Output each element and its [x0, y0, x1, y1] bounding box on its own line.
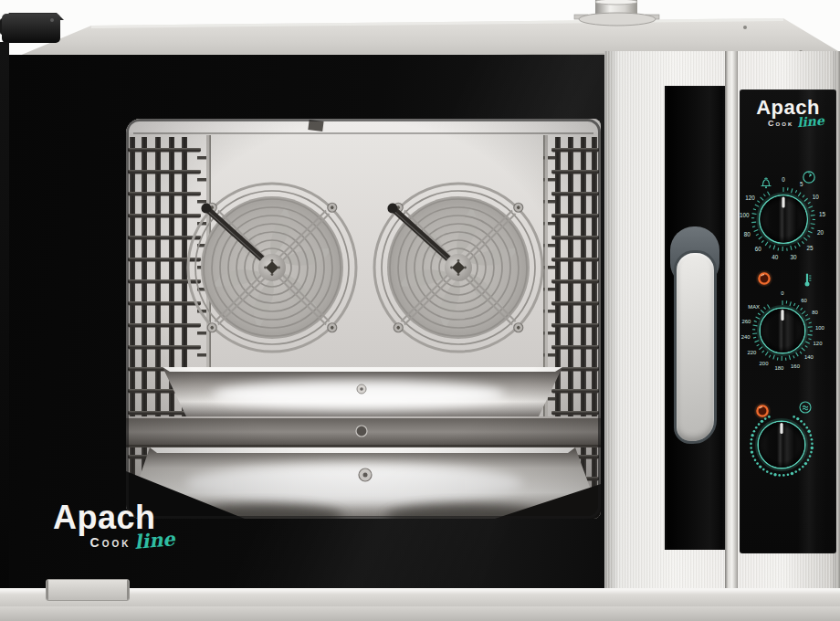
door-handle[interactable]: [674, 250, 717, 444]
svg-text:100: 100: [740, 212, 750, 218]
svg-text:5: 5: [800, 181, 803, 187]
svg-text:120: 120: [745, 195, 755, 201]
oven-photo: Apach Cook line Apach Cook line: [0, 0, 840, 621]
heat-indicator-led: [756, 270, 773, 288]
svg-text:25: 25: [807, 245, 814, 251]
timer-knob-pointer: [782, 197, 784, 208]
steam-knob-pointer: [780, 423, 782, 434]
svg-text:40: 40: [772, 254, 779, 260]
svg-text:120: 120: [814, 341, 824, 346]
door-hinge-bottom: [46, 579, 130, 601]
steam-indicator-led: [754, 403, 772, 420]
svg-text:80: 80: [812, 310, 818, 315]
door-side-edge: [0, 42, 9, 590]
svg-text:160: 160: [791, 363, 801, 369]
body-right-edge: [836, 51, 840, 590]
svg-text:200: 200: [760, 361, 770, 366]
alarm-bell-icon: [761, 178, 771, 188]
svg-text:260: 260: [741, 319, 751, 324]
svg-text:0: 0: [782, 176, 785, 183]
oven-interior: [126, 119, 601, 519]
svg-text:180: 180: [775, 365, 785, 371]
steam-icon: [800, 402, 811, 413]
temperature-knob-pointer: [781, 310, 783, 321]
right-body-panel: Apach Cook line: [604, 51, 840, 590]
thermometer-icon: [805, 275, 812, 287]
svg-text:20: 20: [817, 229, 824, 236]
clock-icon: [803, 172, 814, 183]
svg-text:60: 60: [755, 246, 762, 252]
svg-text:10: 10: [813, 194, 820, 200]
svg-text:80: 80: [744, 231, 751, 237]
svg-text:30: 30: [791, 254, 798, 260]
base-plinth: [0, 606, 840, 621]
steam-vent: [574, 0, 659, 26]
svg-text:140: 140: [804, 354, 814, 360]
svg-text:MAX: MAX: [748, 304, 760, 310]
control-panel: Apach Cook line: [740, 89, 836, 553]
temperature-dial[interactable]: 06080100120140160180200220240260MAX: [741, 290, 825, 371]
svg-text:15: 15: [819, 211, 826, 217]
svg-text:240: 240: [741, 334, 751, 340]
svg-text:0: 0: [781, 290, 784, 296]
door-hinge-top: [0, 13, 64, 43]
timer-dial[interactable]: 051015202530406080100120: [740, 176, 826, 260]
svg-text:100: 100: [815, 325, 825, 331]
panel-divider: [725, 51, 738, 590]
handle-recess: [665, 86, 725, 550]
screw: [743, 26, 747, 29]
svg-text:60: 60: [801, 298, 807, 303]
door-window: [126, 119, 601, 519]
svg-text:220: 220: [747, 350, 757, 355]
steam-dial[interactable]: [750, 416, 814, 477]
